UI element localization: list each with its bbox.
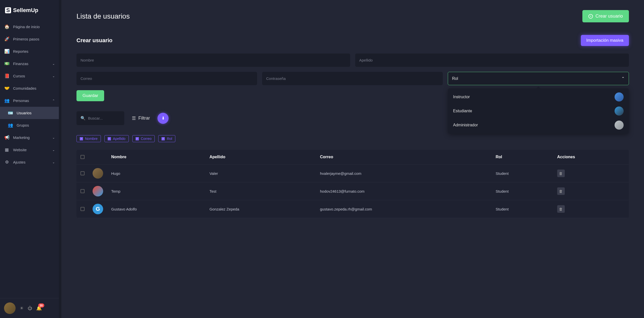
form-row-2: Rol ⌃ Instructor Estudiante Administrado… bbox=[76, 72, 629, 85]
header-acciones: Acciones bbox=[553, 150, 629, 165]
filter-button[interactable]: ☰ Filtrar bbox=[132, 116, 150, 121]
power-icon[interactable]: ⏻ bbox=[28, 306, 32, 311]
sun-icon[interactable]: ☀ bbox=[20, 305, 24, 311]
user-avatar[interactable] bbox=[4, 302, 16, 314]
sidebar-scrollbar[interactable] bbox=[59, 0, 61, 318]
chip-nombre[interactable]: ✓ Nombre bbox=[76, 135, 101, 142]
handshake-icon: 🤝 bbox=[4, 86, 10, 91]
notification-badge: 20 bbox=[38, 303, 44, 307]
cell-correo: hodov24613@furnato.com bbox=[316, 182, 492, 200]
search-icon: 🔍 bbox=[80, 116, 86, 121]
rol-option-label: Instructor bbox=[453, 95, 470, 99]
sidebar-item-website[interactable]: ▦ Website ⌄ bbox=[0, 144, 59, 156]
plus-circle-icon: + bbox=[588, 14, 593, 19]
column-chips: ✓ Nombre ✓ Apellido ✓ Correo ✓ Rol bbox=[76, 135, 629, 142]
sidebar-item-finances[interactable]: 💵 Finanzas ⌄ bbox=[0, 58, 59, 70]
create-section-header: Crear usuario Importación masiva bbox=[76, 35, 629, 46]
chevron-down-icon: ⌄ bbox=[52, 148, 55, 152]
user-avatar-icon bbox=[93, 186, 103, 196]
chip-rol[interactable]: ✓ Rol bbox=[158, 135, 175, 142]
nombre-input[interactable] bbox=[76, 54, 350, 67]
sidebar-subitem-users[interactable]: 🪪 Usuarios bbox=[0, 107, 59, 119]
cell-correo: gustavo.zepeda.rh@gmail.com bbox=[316, 200, 492, 218]
check-icon: ✓ bbox=[108, 137, 111, 140]
cell-apellido: Valer bbox=[206, 165, 316, 182]
select-all-checkbox[interactable] bbox=[80, 155, 85, 159]
check-icon: ✓ bbox=[162, 137, 165, 140]
cell-nombre: Temp bbox=[107, 182, 206, 200]
sidebar-item-marketing[interactable]: 📢 Marketing ⌄ bbox=[0, 131, 59, 144]
row-checkbox[interactable] bbox=[80, 189, 85, 193]
users-table: Nombre Apellido Correo Rol Acciones Hugo… bbox=[76, 150, 629, 218]
sidebar-item-courses[interactable]: 📕 Cursos ⌄ bbox=[0, 70, 59, 82]
download-button[interactable]: ⬇ bbox=[157, 113, 169, 124]
sidebar-item-label: Marketing bbox=[13, 135, 30, 140]
sidebar-item-people[interactable]: 👥 Personas ⌃ bbox=[0, 94, 59, 107]
rol-option-label: Administrador bbox=[453, 123, 478, 127]
chevron-down-icon: ⌄ bbox=[52, 74, 55, 78]
sidebar-item-home[interactable]: 🏠 Página de inicio bbox=[0, 21, 59, 33]
sidebar-item-label: Comunidades bbox=[13, 86, 36, 90]
search-box: 🔍 bbox=[76, 111, 124, 125]
cash-icon: 💵 bbox=[4, 61, 10, 66]
sidebar-item-first-steps[interactable]: 🚀 Primeros pasos bbox=[0, 33, 59, 45]
trash-icon: 🗑 bbox=[559, 207, 563, 211]
delete-button[interactable]: 🗑 bbox=[557, 187, 565, 195]
header-rol: Rol bbox=[492, 150, 553, 165]
main-content: Lista de usuarios + Crear usuario Crear … bbox=[61, 0, 644, 318]
book-icon: 📕 bbox=[4, 73, 10, 79]
sidebar-item-communities[interactable]: 🤝 Comunidades bbox=[0, 82, 59, 94]
delete-button[interactable]: 🗑 bbox=[557, 205, 565, 213]
chip-correo[interactable]: ✓ Correo bbox=[132, 135, 155, 142]
page-header: Lista de usuarios + Crear usuario bbox=[76, 10, 629, 22]
chart-icon: 📊 bbox=[4, 49, 10, 54]
delete-button[interactable]: 🗑 bbox=[557, 170, 565, 177]
row-checkbox[interactable] bbox=[80, 207, 85, 211]
row-checkbox[interactable] bbox=[80, 171, 85, 175]
sidebar-subitem-groups[interactable]: 👥 Grupos bbox=[0, 119, 59, 131]
logo-icon: S bbox=[5, 7, 11, 13]
rol-dropdown: Instructor Estudiante Administrador bbox=[448, 88, 629, 134]
bell-icon[interactable]: 🔔 20 bbox=[36, 305, 42, 311]
rol-select[interactable]: Rol ⌃ Instructor Estudiante Administrado… bbox=[448, 72, 629, 85]
filter-label: Filtrar bbox=[138, 116, 150, 121]
create-user-button[interactable]: + Crear usuario bbox=[582, 10, 629, 22]
rol-select-label: Rol bbox=[452, 76, 458, 81]
bottom-bar: ☀ ⏻ 🔔 20 bbox=[0, 298, 59, 318]
table-row: Hugo Valer hvalerjayme@gmail.com Student… bbox=[76, 165, 629, 182]
chip-apellido[interactable]: ✓ Apellido bbox=[104, 135, 129, 142]
form-row-1 bbox=[76, 54, 629, 67]
check-icon: ✓ bbox=[80, 137, 83, 140]
table-row: Temp Test hodov24613@furnato.com Student… bbox=[76, 182, 629, 200]
chevron-down-icon: ⌄ bbox=[52, 62, 55, 66]
table-row: G Gustavo Adolfo Gonzalez Zepeda gustavo… bbox=[76, 200, 629, 218]
search-input[interactable] bbox=[88, 116, 120, 120]
table-header-row: Nombre Apellido Correo Rol Acciones bbox=[76, 150, 629, 165]
rol-option-student[interactable]: Estudiante bbox=[448, 104, 629, 118]
rol-option-instructor[interactable]: Instructor bbox=[448, 90, 629, 104]
chip-label: Apellido bbox=[113, 137, 126, 141]
chip-label: Nombre bbox=[85, 137, 98, 141]
user-avatar-icon: G bbox=[93, 204, 103, 214]
password-input[interactable] bbox=[262, 72, 443, 85]
save-button[interactable]: Guardar bbox=[76, 90, 104, 101]
correo-input[interactable] bbox=[76, 72, 257, 85]
trash-icon: 🗑 bbox=[559, 189, 563, 193]
create-user-label: Crear usuario bbox=[595, 14, 623, 19]
cell-rol: Student bbox=[492, 165, 553, 182]
header-correo: Correo bbox=[316, 150, 492, 165]
cell-apellido: Gonzalez Zepeda bbox=[206, 200, 316, 218]
sidebar-item-reports[interactable]: 📊 Reportes bbox=[0, 45, 59, 58]
bulk-import-button[interactable]: Importación masiva bbox=[581, 35, 629, 46]
brand-logo: S SellemUp bbox=[0, 0, 59, 21]
chevron-down-icon: ⌄ bbox=[52, 136, 55, 139]
cell-correo: hvalerjayme@gmail.com bbox=[316, 165, 492, 182]
sidebar-item-label: Cursos bbox=[13, 74, 25, 78]
sidebar-item-settings[interactable]: ⚙ Ajustes ⌄ bbox=[0, 156, 59, 168]
header-nombre: Nombre bbox=[107, 150, 206, 165]
id-card-icon: 🪪 bbox=[8, 110, 13, 116]
rol-option-admin[interactable]: Administrador bbox=[448, 118, 629, 132]
gear-icon: ⚙ bbox=[4, 160, 10, 165]
apellido-input[interactable] bbox=[355, 54, 629, 67]
instructor-avatar-icon bbox=[615, 92, 624, 101]
